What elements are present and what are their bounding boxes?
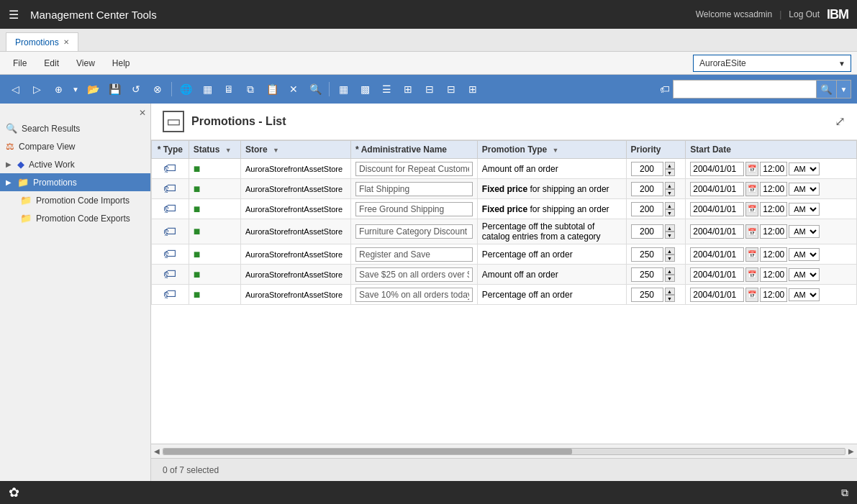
table2-button[interactable]: ▩ <box>355 80 374 98</box>
name-input[interactable] <box>355 162 473 176</box>
tab-close-icon[interactable]: ✕ <box>63 38 69 46</box>
sidebar-item-promo-code-exports[interactable]: 📁 Promotion Code Exports <box>14 209 150 227</box>
time-input[interactable] <box>760 288 787 302</box>
calendar-button[interactable]: 📅 <box>745 247 758 262</box>
time-input[interactable] <box>760 224 787 239</box>
menu-help[interactable]: Help <box>105 55 137 71</box>
priority-up-button[interactable]: ▲ <box>665 224 675 232</box>
find-button[interactable]: 🔍 <box>306 80 325 98</box>
sidebar-item-promotions[interactable]: ▶ 📁 Promotions <box>0 173 150 191</box>
paste-button[interactable]: 📋 <box>263 80 281 98</box>
table-button[interactable]: ▦ <box>334 80 353 98</box>
split-v-button[interactable]: ⊟ <box>442 80 461 98</box>
bottom-center-icon[interactable]: ⧉ <box>841 487 848 499</box>
priority-up-button[interactable]: ▲ <box>665 288 675 295</box>
toolbar-search-input[interactable] <box>673 80 817 98</box>
scroll-track[interactable] <box>163 448 845 455</box>
cell-priority[interactable]: ▲ ▼ <box>626 159 686 179</box>
calendar-button[interactable]: 📅 <box>745 267 758 282</box>
date-input[interactable] <box>690 202 744 216</box>
stop-button[interactable]: ⊗ <box>148 80 167 98</box>
sidebar-item-promo-code-imports[interactable]: 📁 Promotion Code Imports <box>14 191 150 209</box>
name-input[interactable] <box>355 224 473 239</box>
time-input[interactable] <box>760 247 787 262</box>
priority-up-button[interactable]: ▲ <box>665 202 675 209</box>
layout-button[interactable]: ⊞ <box>463 80 482 98</box>
priority-input[interactable] <box>631 267 663 282</box>
cell-startdate[interactable]: 📅 AM PM <box>686 285 857 305</box>
store-select[interactable]: AuroraESite <box>693 55 851 72</box>
name-input[interactable] <box>355 202 473 216</box>
cell-name[interactable] <box>351 244 478 265</box>
cell-priority[interactable]: ▲ ▼ <box>626 244 686 265</box>
cell-name[interactable] <box>351 199 478 219</box>
ampm-select[interactable]: AM PM <box>789 203 820 216</box>
bottom-left-icon[interactable]: ✿ <box>9 485 19 500</box>
grid-button[interactable]: ▦ <box>198 80 217 98</box>
calendar-button[interactable]: 📅 <box>745 288 758 302</box>
date-input[interactable] <box>690 267 744 282</box>
priority-input[interactable] <box>631 162 663 176</box>
forward-button[interactable]: ▷ <box>27 80 46 98</box>
sidebar-item-compare-view[interactable]: ⚖ Compare View <box>0 137 150 155</box>
priority-down-button[interactable]: ▼ <box>665 255 675 262</box>
globe-button[interactable]: 🌐 <box>176 80 195 98</box>
priority-up-button[interactable]: ▲ <box>665 247 675 255</box>
calendar-button[interactable]: 📅 <box>745 224 758 239</box>
date-input[interactable] <box>690 162 744 176</box>
ampm-select[interactable]: AM PM <box>789 248 820 261</box>
cell-priority[interactable]: ▲ ▼ <box>626 219 686 244</box>
priority-up-button[interactable]: ▲ <box>665 162 675 169</box>
cell-priority[interactable]: ▲ ▼ <box>626 265 686 285</box>
priority-up-button[interactable]: ▲ <box>665 267 675 275</box>
time-input[interactable] <box>760 267 787 282</box>
refresh-button[interactable]: ↺ <box>127 80 145 98</box>
time-input[interactable] <box>760 162 787 176</box>
ampm-select[interactable]: AM PM <box>789 288 820 301</box>
time-input[interactable] <box>760 182 787 196</box>
back-button[interactable]: ◁ <box>6 80 24 98</box>
new-dropdown-button[interactable]: ▼ <box>71 80 81 98</box>
name-input[interactable] <box>355 182 473 196</box>
priority-down-button[interactable]: ▼ <box>665 169 675 176</box>
tab-promotions[interactable]: Promotions ✕ <box>6 32 78 51</box>
logout-link[interactable]: Log Out <box>789 9 820 19</box>
ampm-select[interactable]: AM PM <box>789 225 820 238</box>
open-button[interactable]: 📂 <box>83 80 102 98</box>
calendar-button[interactable]: 📅 <box>745 162 758 176</box>
split-h-button[interactable]: ⊟ <box>420 80 439 98</box>
toolbar-search-chevron[interactable]: ▼ <box>837 80 851 98</box>
cell-startdate[interactable]: 📅 AM PM <box>686 179 857 199</box>
priority-input[interactable] <box>631 202 663 216</box>
calendar-button[interactable]: 📅 <box>745 202 758 216</box>
priority-input[interactable] <box>631 247 663 262</box>
cell-startdate[interactable]: 📅 AM PM <box>686 199 857 219</box>
monitor-button[interactable]: 🖥 <box>219 80 238 98</box>
cell-startdate[interactable]: 📅 AM PM <box>686 265 857 285</box>
hamburger-icon[interactable]: ☰ <box>9 8 19 22</box>
ampm-select[interactable]: AM PM <box>789 268 820 281</box>
name-input[interactable] <box>355 288 473 302</box>
priority-input[interactable] <box>631 224 663 239</box>
cell-startdate[interactable]: 📅 AM PM <box>686 159 857 179</box>
cell-name[interactable] <box>351 159 478 179</box>
cell-startdate[interactable]: 📅 AM PM <box>686 219 857 244</box>
date-input[interactable] <box>690 288 744 302</box>
save-button[interactable]: 💾 <box>105 80 124 98</box>
menu-file[interactable]: File <box>6 55 34 71</box>
plus-table-button[interactable]: ⊞ <box>399 80 417 98</box>
name-input[interactable] <box>355 247 473 262</box>
scroll-left-arrow[interactable]: ◀ <box>154 447 160 455</box>
cell-name[interactable] <box>351 219 478 244</box>
cell-name[interactable] <box>351 285 478 305</box>
sidebar-close-button[interactable]: ✕ <box>0 106 150 119</box>
calendar-button[interactable]: 📅 <box>745 182 758 196</box>
priority-down-button[interactable]: ▼ <box>665 209 675 216</box>
expand-button[interactable]: ⤢ <box>835 114 845 129</box>
menu-view[interactable]: View <box>69 55 102 71</box>
delete-button[interactable]: ✕ <box>284 80 303 98</box>
cell-priority[interactable]: ▲ ▼ <box>626 179 686 199</box>
col-header-store[interactable]: Store ▼ <box>241 141 351 159</box>
cell-name[interactable] <box>351 179 478 199</box>
cell-priority[interactable]: ▲ ▼ <box>626 199 686 219</box>
